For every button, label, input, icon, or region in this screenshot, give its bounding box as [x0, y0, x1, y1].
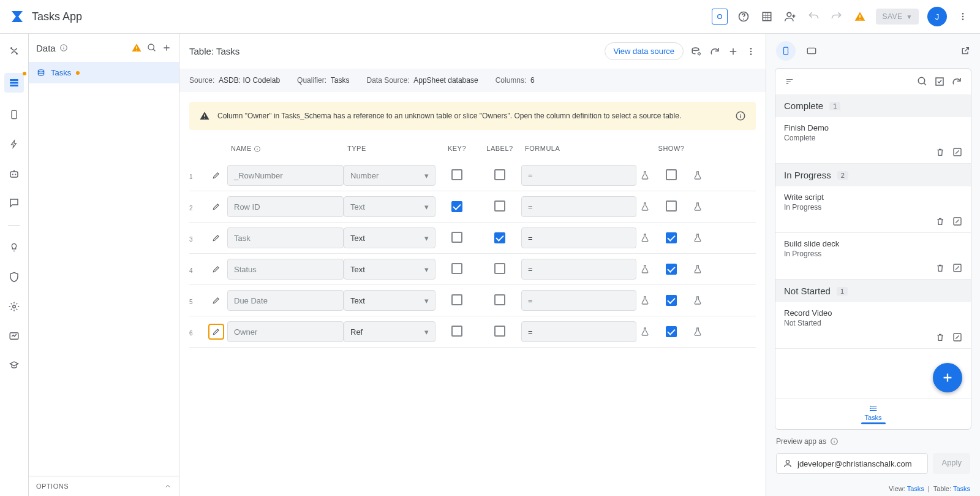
beaker-icon[interactable]	[640, 326, 650, 337]
nav-learn-icon[interactable]	[7, 358, 21, 373]
edit-column-button[interactable]	[208, 199, 224, 215]
column-name-field[interactable]: Owner	[227, 321, 344, 342]
footer-view-link[interactable]: Tasks	[907, 485, 924, 492]
search-icon[interactable]	[147, 43, 157, 53]
group-header[interactable]: Not Started1	[775, 280, 971, 302]
more-vert-icon[interactable]	[746, 47, 756, 56]
beaker-icon[interactable]	[640, 201, 650, 212]
bottom-tab-tasks[interactable]: Tasks	[775, 399, 971, 429]
grid-icon[interactable]	[760, 9, 774, 24]
beaker-icon[interactable]	[640, 232, 650, 243]
show-checkbox[interactable]	[666, 200, 677, 212]
label-checkbox[interactable]	[494, 326, 505, 337]
delete-icon[interactable]	[935, 332, 945, 342]
bounding-box-icon[interactable]	[712, 9, 728, 25]
task-card[interactable]: Write scriptIn Progress	[775, 186, 971, 233]
edit-column-button[interactable]	[208, 292, 224, 308]
column-type-select[interactable]: Text▾	[344, 227, 435, 248]
show-checkbox[interactable]	[666, 232, 677, 243]
column-type-select[interactable]: Text▾	[344, 290, 435, 311]
beaker-icon[interactable]	[693, 264, 711, 275]
label-checkbox[interactable]	[494, 294, 505, 305]
label-checkbox[interactable]	[494, 232, 505, 243]
options-toggle[interactable]: OPTIONS	[29, 476, 179, 496]
view-data-source-button[interactable]: View data source	[605, 42, 684, 60]
nav-views-icon[interactable]	[7, 107, 21, 122]
label-checkbox[interactable]	[494, 263, 505, 274]
delete-icon[interactable]	[935, 216, 945, 226]
key-checkbox[interactable]	[451, 201, 462, 212]
device-mobile-icon[interactable]	[776, 41, 796, 61]
nav-data-icon[interactable]	[4, 73, 24, 93]
task-card[interactable]: Record VideoNot Started	[775, 302, 971, 349]
add-icon[interactable]	[162, 43, 172, 53]
key-checkbox[interactable]	[451, 326, 462, 337]
redo-icon[interactable]	[829, 9, 844, 24]
edit-column-button[interactable]	[208, 261, 224, 277]
undo-icon[interactable]	[806, 9, 821, 24]
edit-column-button[interactable]	[208, 324, 224, 340]
edit-icon[interactable]	[952, 216, 962, 226]
column-name-field[interactable]: Status	[227, 259, 344, 280]
group-header[interactable]: Complete1	[775, 94, 971, 117]
info-icon[interactable]	[735, 110, 746, 121]
panel-warning-icon[interactable]	[131, 42, 142, 53]
formula-field[interactable]: =	[521, 196, 636, 217]
delete-icon[interactable]	[935, 263, 945, 273]
edit-column-button[interactable]	[208, 230, 224, 246]
warning-icon[interactable]	[853, 9, 867, 24]
nav-automation-icon[interactable]	[7, 166, 21, 181]
column-name-field[interactable]: Row ID	[227, 196, 344, 217]
beaker-icon[interactable]	[693, 201, 711, 212]
settings-small-icon[interactable]	[691, 46, 702, 57]
beaker-icon[interactable]	[640, 264, 650, 275]
formula-field[interactable]: =	[521, 321, 636, 342]
show-checkbox[interactable]	[666, 264, 677, 275]
refresh-icon[interactable]	[951, 76, 962, 87]
key-checkbox[interactable]	[451, 169, 462, 180]
refresh-icon[interactable]	[709, 46, 720, 57]
edit-icon[interactable]	[952, 147, 962, 157]
beaker-icon[interactable]	[693, 326, 711, 337]
show-checkbox[interactable]	[666, 326, 677, 337]
column-type-select[interactable]: Ref▾	[344, 321, 435, 342]
beaker-icon[interactable]	[693, 170, 711, 181]
key-checkbox[interactable]	[451, 263, 462, 274]
beaker-icon[interactable]	[640, 170, 650, 181]
nav-actions-icon[interactable]	[7, 137, 21, 151]
edit-icon[interactable]	[952, 332, 962, 342]
beaker-icon[interactable]	[693, 295, 711, 306]
column-type-select[interactable]: Number▾	[344, 165, 435, 186]
key-checkbox[interactable]	[451, 232, 462, 243]
group-header[interactable]: In Progress2	[775, 164, 971, 186]
nav-chat-icon[interactable]	[7, 196, 21, 210]
nav-home-icon[interactable]	[7, 44, 21, 58]
open-external-icon[interactable]	[960, 46, 970, 56]
formula-field[interactable]: =	[521, 290, 636, 311]
sort-icon[interactable]	[784, 77, 795, 86]
edit-icon[interactable]	[952, 263, 962, 273]
task-card[interactable]: Finish DemoComplete	[775, 117, 971, 164]
beaker-icon[interactable]	[640, 295, 650, 306]
column-name-field[interactable]: Due Date	[227, 290, 344, 311]
column-type-select[interactable]: Text▾	[344, 196, 435, 217]
add-user-icon[interactable]	[783, 9, 797, 24]
nav-intelligence-icon[interactable]	[7, 240, 21, 255]
select-icon[interactable]	[934, 76, 945, 87]
add-column-icon[interactable]	[728, 46, 739, 57]
show-checkbox[interactable]	[666, 169, 677, 180]
search-icon[interactable]	[917, 76, 928, 87]
more-icon[interactable]	[956, 9, 970, 24]
nav-monitor-icon[interactable]	[7, 329, 21, 343]
formula-field[interactable]: =	[521, 165, 636, 186]
column-type-select[interactable]: Text▾	[344, 259, 435, 280]
task-card[interactable]: Build slide deckIn Progress	[775, 233, 971, 280]
delete-icon[interactable]	[935, 147, 945, 157]
nav-security-icon[interactable]	[7, 270, 21, 284]
fab-add-button[interactable]	[933, 363, 962, 392]
edit-column-button[interactable]	[208, 167, 224, 183]
table-item-tasks[interactable]: Tasks	[29, 62, 179, 83]
user-avatar[interactable]: J	[927, 7, 947, 26]
help-icon[interactable]	[736, 9, 751, 24]
footer-table-link[interactable]: Tasks	[953, 485, 970, 492]
